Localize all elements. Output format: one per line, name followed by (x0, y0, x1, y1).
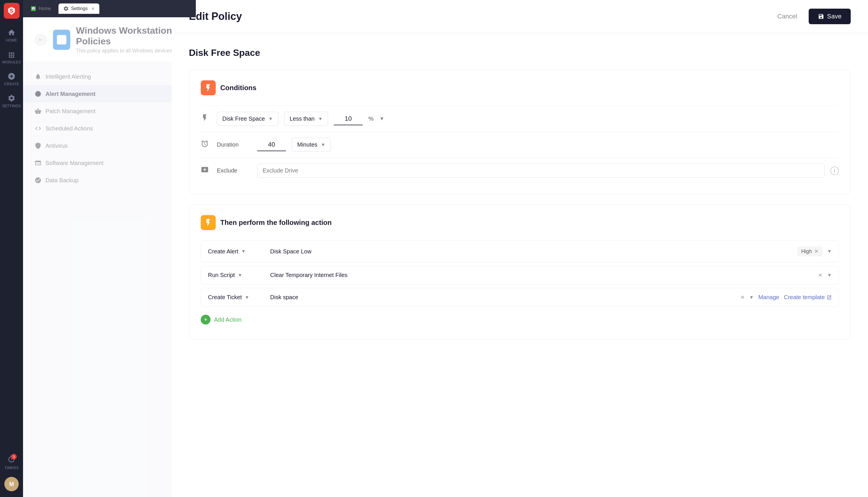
condition-field-value: Disk Free Space (222, 115, 265, 122)
conditions-label: Conditions (220, 84, 256, 92)
create-alert-select[interactable]: Create Alert ▼ (208, 248, 266, 255)
create-alert-chevron-icon[interactable]: ▼ (241, 249, 246, 254)
duration-unit-select[interactable]: Minutes ▼ (292, 138, 331, 152)
sidebar-item-home[interactable]: HOME (0, 25, 23, 46)
run-script-chevron-icon[interactable]: ▼ (238, 273, 242, 278)
edit-panel-body: Disk Free Space Conditions Disk Free Spa… (172, 33, 868, 497)
condition-field-chevron-icon: ▼ (268, 116, 273, 122)
create-ticket-value: Disk space (270, 294, 736, 301)
sidebar: S HOME MODULES CREATE SETTINGS 3 TIMERS … (0, 0, 23, 497)
create-ticket-type: Create Ticket (208, 294, 242, 301)
timers-label: TIMERS (4, 466, 18, 470)
actions-header: Then perform the following action (201, 215, 839, 230)
condition-operator-value: Less than (290, 115, 315, 122)
add-action-button[interactable]: + Add Action (201, 310, 839, 329)
duration-unit-value: Minutes (297, 141, 317, 148)
create-ticket-expand-icon[interactable]: ▼ (749, 295, 754, 300)
avatar[interactable]: M (4, 477, 19, 491)
condition-unit-chevron-icon[interactable]: ▼ (379, 116, 384, 122)
run-script-expand-icon[interactable]: ▼ (827, 273, 832, 278)
sidebar-item-modules[interactable]: MODULES (0, 46, 23, 68)
run-script-value: Clear Temporary Internet Files (270, 272, 814, 279)
conditions-card: Conditions Disk Free Space ▼ Less than ▼… (189, 70, 851, 194)
condition-unit-label: % (368, 115, 373, 122)
actions-icon (201, 215, 216, 230)
create-ticket-chevron-icon[interactable]: ▼ (245, 295, 250, 300)
duration-label: Duration (217, 141, 252, 148)
exclude-icon (201, 166, 211, 176)
tab-settings[interactable]: Settings ✕ (58, 3, 99, 14)
sidebar-item-timers[interactable]: 3 TIMERS (0, 451, 23, 474)
tab-settings-label: Settings (71, 6, 88, 11)
tab-home-label: Home (39, 6, 51, 11)
tab-close-icon[interactable]: ✕ (91, 6, 95, 11)
manage-link[interactable]: Manage (758, 294, 779, 301)
sidebar-item-settings[interactable]: SETTINGS (0, 90, 23, 112)
exclude-drive-input[interactable] (257, 164, 825, 178)
timer-badge: 3 (11, 454, 17, 459)
sidebar-item-create[interactable]: CREATE (0, 68, 23, 90)
save-button[interactable]: Save (809, 9, 851, 24)
condition-operator-chevron-icon: ▼ (318, 116, 323, 122)
dim-overlay (23, 17, 172, 497)
duration-unit-chevron-icon: ▼ (321, 142, 325, 147)
action-row-create-alert: Create Alert ▼ Disk Space Low High ✕ ▼ (201, 240, 839, 262)
create-template-link[interactable]: Create template (784, 294, 832, 301)
create-alert-clear-icon[interactable]: ✕ (814, 248, 819, 255)
create-alert-type: Create Alert (208, 248, 239, 255)
browser-chrome: Home Settings ✕ (23, 0, 196, 17)
edit-panel: Edit Policy Cancel Save Disk Free Space … (172, 0, 868, 497)
exclude-info-icon[interactable]: i (830, 167, 839, 175)
sidebar-modules-label: MODULES (2, 60, 21, 64)
condition-field-select[interactable]: Disk Free Space ▼ (217, 112, 279, 126)
actions-card: Then perform the following action Create… (189, 204, 851, 340)
action-row-create-ticket: Create Ticket ▼ Disk space ✕ ▼ Manage Cr… (201, 288, 839, 307)
duration-icon (201, 140, 211, 150)
svg-text:S: S (10, 8, 13, 14)
exclude-label: Exclude (217, 167, 252, 174)
condition-field-icon (201, 114, 211, 124)
save-label: Save (827, 13, 841, 20)
sidebar-home-label: HOME (6, 38, 17, 42)
add-action-icon: + (201, 315, 211, 325)
disk-free-space-title: Disk Free Space (189, 47, 851, 58)
sidebar-bottom: 3 TIMERS M (0, 451, 23, 497)
actions-label: Then perform the following action (220, 218, 332, 227)
duration-row: Duration Minutes ▼ (201, 132, 839, 157)
condition-value-input[interactable] (334, 113, 362, 125)
create-alert-value: Disk Space Low (270, 248, 793, 255)
edit-panel-header: Edit Policy Cancel Save (172, 0, 868, 33)
create-alert-badge: High ✕ (797, 246, 823, 256)
action-row-run-script: Run Script ▼ Clear Temporary Internet Fi… (201, 266, 839, 284)
header-actions: Cancel Save (771, 9, 851, 24)
conditions-header: Conditions (201, 80, 839, 95)
app-logo[interactable]: S (4, 3, 19, 19)
sidebar-settings-label: SETTINGS (2, 104, 21, 108)
create-ticket-clear-icon[interactable]: ✕ (740, 294, 745, 301)
condition-row: Disk Free Space ▼ Less than ▼ % ▼ (201, 106, 839, 132)
edit-panel-title: Edit Policy (189, 10, 242, 23)
create-ticket-select[interactable]: Create Ticket ▼ (208, 294, 266, 301)
sidebar-create-label: CREATE (4, 82, 19, 86)
tab-home[interactable]: Home (26, 3, 56, 14)
run-script-clear-icon[interactable]: ✕ (818, 272, 823, 279)
cancel-button[interactable]: Cancel (771, 9, 802, 24)
run-script-select[interactable]: Run Script ▼ (208, 272, 266, 279)
add-action-label: Add Action (214, 316, 242, 323)
duration-value-input[interactable] (257, 139, 286, 151)
exclude-row: Exclude i (201, 157, 839, 183)
condition-operator-select[interactable]: Less than ▼ (284, 112, 328, 126)
alert-badge-chevron-icon[interactable]: ▼ (827, 249, 832, 254)
svg-rect-1 (31, 6, 36, 11)
conditions-icon (201, 80, 216, 95)
run-script-type: Run Script (208, 272, 235, 279)
